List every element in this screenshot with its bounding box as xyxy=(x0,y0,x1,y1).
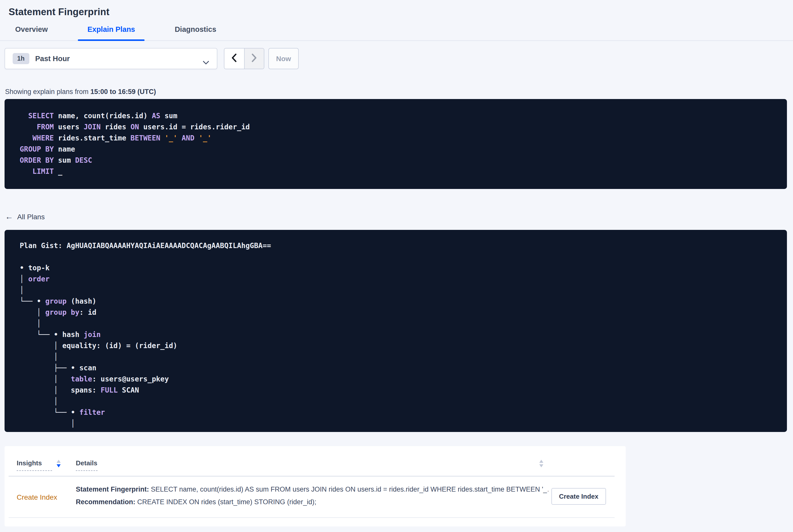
chevron-right-icon xyxy=(252,54,257,64)
column-header-insights[interactable]: Insights xyxy=(17,459,52,471)
chevron-down-icon xyxy=(203,58,209,67)
sort-ascending-icon xyxy=(539,460,543,463)
detail-text: SELECT name, count(rides.id) AS sum FROM… xyxy=(149,486,548,493)
tab-diagnostics[interactable]: Diagnostics xyxy=(165,20,226,40)
all-plans-label: All Plans xyxy=(17,213,45,221)
insights-card: Insights Details Create Index Statement … xyxy=(4,446,626,527)
plan-gist-label: Plan Gist: xyxy=(20,242,67,250)
sort-icon-details[interactable] xyxy=(539,460,543,467)
sort-icon-insights[interactable] xyxy=(57,460,61,467)
sort-descending-icon xyxy=(57,464,61,467)
detail-text: CREATE INDEX ON rides (start_time) STORI… xyxy=(135,498,316,506)
tab-explain-plans[interactable]: Explain Plans xyxy=(78,20,145,40)
time-range-label: Past Hour xyxy=(35,55,70,63)
all-plans-back-link[interactable]: ← All Plans xyxy=(5,212,45,221)
recommendation-detail: Recommendation: CREATE INDEX ON rides (s… xyxy=(76,498,316,506)
chevron-left-icon xyxy=(232,54,237,64)
next-time-button[interactable] xyxy=(244,49,264,69)
sort-ascending-icon xyxy=(57,460,61,463)
plan-gist-box: Plan Gist: AgHUAQIABQAAAAHYAQIAiAEAAAADC… xyxy=(4,230,787,432)
detail-label: Recommendation: xyxy=(76,498,135,506)
now-button[interactable]: Now xyxy=(268,48,299,69)
showing-range: 15:00 to 16:59 (UTC) xyxy=(91,88,156,95)
insight-type-label: Create Index xyxy=(17,493,57,501)
page-title: Statement Fingerprint xyxy=(8,6,109,17)
table-header-divider xyxy=(8,476,615,476)
statement-fingerprint-page: Statement Fingerprint Overview Explain P… xyxy=(0,0,793,532)
time-nav-group xyxy=(224,48,264,69)
column-header-details[interactable]: Details xyxy=(76,459,97,471)
tab-bar: Overview Explain Plans Diagnostics xyxy=(5,20,244,40)
detail-label: Statement Fingerprint: xyxy=(76,486,149,493)
plan-gist-value: AgHUAQIABQAAAAHYAQIAiAEAAAADCQACAgAABQIL… xyxy=(67,242,271,250)
showing-range-text: Showing explain plans from 15:00 to 16:5… xyxy=(5,88,156,95)
tab-overview[interactable]: Overview xyxy=(5,20,57,40)
plan-gist-line: Plan Gist: AgHUAQIABQAAAAHYAQIAiAEAAAADC… xyxy=(20,240,777,251)
showing-prefix: Showing explain plans from xyxy=(5,88,91,95)
time-range-badge: 1h xyxy=(13,53,29,64)
create-index-button[interactable]: Create Index xyxy=(551,488,606,505)
sort-descending-icon xyxy=(539,464,543,467)
arrow-left-icon: ← xyxy=(5,212,13,221)
table-row-divider xyxy=(8,517,615,518)
sql-statement-box: SELECT name, count(rides.id) AS sum FROM… xyxy=(4,99,787,189)
statement-fingerprint-detail: Statement Fingerprint: SELECT name, coun… xyxy=(76,486,548,493)
previous-time-button[interactable] xyxy=(224,49,244,69)
plan-tree: • top-k│ order│└── • group (hash) │ grou… xyxy=(20,262,777,429)
sql-code: SELECT name, count(rides.id) AS sum FROM… xyxy=(20,110,777,177)
time-range-dropdown[interactable]: 1h Past Hour xyxy=(4,48,217,69)
